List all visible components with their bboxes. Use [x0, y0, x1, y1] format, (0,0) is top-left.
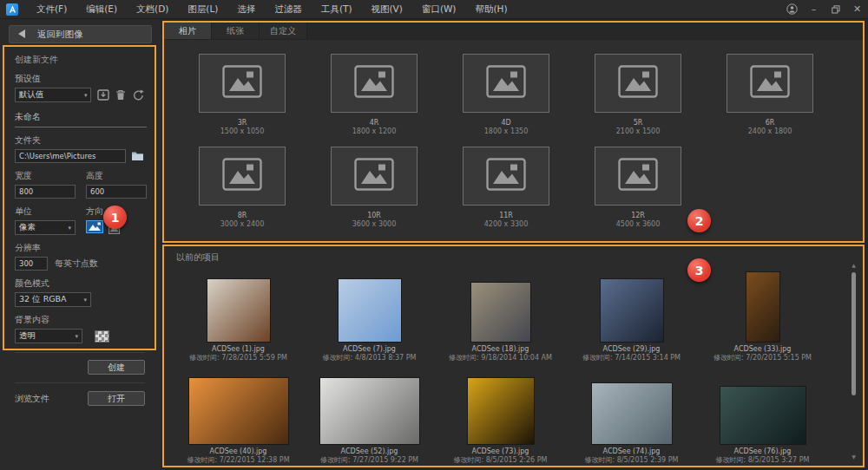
close-button[interactable]: ✕: [846, 0, 868, 18]
color-mode-dropdown[interactable]: 32 位 RGBA ▾: [15, 292, 91, 307]
restore-button[interactable]: [825, 0, 846, 18]
menu-item-edit[interactable]: 编辑(E): [76, 0, 127, 18]
thumbnail[interactable]: [746, 272, 779, 342]
minimize-button[interactable]: –: [803, 0, 825, 18]
menu-item-help[interactable]: 帮助(H): [465, 0, 516, 18]
previous-item[interactable]: ACDSee (1).jpg修改时间: 7/28/2015 5:59 PM: [173, 267, 304, 369]
open-button[interactable]: 打开: [88, 391, 145, 406]
menu-item-layer[interactable]: 图层(L): [178, 0, 227, 18]
account-icon[interactable]: [781, 0, 803, 18]
previous-item[interactable]: ACDSee (74).jpg修改时间: 8/5/2015 2:39 PM: [566, 369, 697, 470]
chevron-down-icon: ▾: [84, 92, 88, 99]
menu-item-window[interactable]: 窗口(W): [412, 0, 466, 18]
tab-bar: 相片纸张自定义: [164, 23, 863, 40]
file-name-field[interactable]: 未命名: [15, 111, 147, 127]
preset-4D[interactable]: 4D1800 x 1350: [440, 54, 572, 136]
preset-name: 6R: [704, 119, 836, 127]
thumbnail[interactable]: [468, 378, 534, 444]
back-to-image-button[interactable]: 返回到图像: [9, 25, 152, 43]
previous-item-name: ACDSee (52).jpg: [341, 447, 398, 456]
background-value: 透明: [19, 330, 36, 342]
previous-item[interactable]: ACDSee (18).jpg修改时间: 9/18/2014 10:04 AM: [435, 267, 566, 369]
preset-6R[interactable]: 6R2400 x 1800: [704, 54, 836, 136]
unit-dropdown[interactable]: 像素 ▾: [15, 220, 76, 235]
back-button-label: 返回到图像: [37, 29, 83, 41]
menu-item-view[interactable]: 视图(V): [362, 0, 412, 18]
preset-5R[interactable]: 5R2100 x 1500: [572, 54, 704, 136]
preset-card[interactable]: [331, 54, 418, 113]
width-input[interactable]: [15, 185, 76, 199]
scrollbar[interactable]: ▲ ▼: [850, 262, 858, 460]
landscape-orientation-icon[interactable]: [86, 220, 103, 235]
menu-item-document[interactable]: 文档(D): [127, 0, 178, 18]
thumbnail[interactable]: [720, 387, 806, 444]
preset-card[interactable]: [595, 54, 681, 113]
reset-preset-button[interactable]: [132, 88, 145, 102]
preset-size: 1800 x 1350: [440, 127, 572, 136]
preset-3R[interactable]: 3R1500 x 1050: [176, 54, 308, 136]
menu-item-tools[interactable]: 工具(T): [312, 0, 362, 18]
preset-4R[interactable]: 4R1800 x 1200: [308, 54, 440, 136]
preset-name: 11R: [440, 212, 572, 220]
tab-paper[interactable]: 纸张: [212, 23, 260, 39]
thumbnail[interactable]: [189, 378, 288, 444]
resolution-label: 分辨率: [15, 242, 145, 254]
thumbnail[interactable]: [601, 279, 663, 342]
resolution-suffix: 每英寸点数: [55, 258, 98, 270]
height-input[interactable]: [86, 185, 147, 199]
previous-item[interactable]: ACDSee (73).jpg修改时间: 8/5/2015 2:26 PM: [435, 369, 566, 470]
preset-card[interactable]: [463, 54, 549, 113]
title-bar: 文件(F)编辑(E)文档(D)图层(L)选择过滤器工具(T)视图(V)窗口(W)…: [0, 0, 868, 19]
scrollbar-track[interactable]: [851, 269, 857, 454]
preset-8R[interactable]: 8R3000 x 2400: [176, 147, 308, 229]
preset-name: 5R: [572, 119, 704, 127]
previous-item[interactable]: ACDSee (7).jpg修改时间: 4/8/2013 8:37 PM: [304, 267, 435, 369]
menu-item-file[interactable]: 文件(F): [27, 0, 76, 18]
background-dropdown[interactable]: 透明 ▾: [15, 329, 82, 343]
thumbnail[interactable]: [320, 378, 419, 444]
image-placeholder-icon: [222, 65, 262, 101]
preset-card[interactable]: [595, 147, 681, 206]
menu-item-select[interactable]: 选择: [227, 0, 265, 18]
create-new-file-panel: 创建新文件 预设值 默认值 ▾ 未命名 文件夹: [3, 45, 156, 350]
preset-card[interactable]: [331, 147, 418, 206]
scrollbar-thumb[interactable]: [852, 272, 856, 395]
tab-custom[interactable]: 自定义: [260, 23, 307, 39]
create-button[interactable]: 创建: [88, 360, 145, 375]
thumbnail[interactable]: [339, 279, 401, 342]
tab-photo[interactable]: 相片: [164, 23, 212, 39]
preset-card[interactable]: [463, 147, 549, 206]
thumbnail[interactable]: [207, 279, 270, 342]
preset-10R[interactable]: 10R3600 x 3000: [308, 147, 440, 229]
panel-title: 创建新文件: [15, 54, 145, 66]
scroll-up-icon[interactable]: ▲: [852, 262, 856, 269]
image-placeholder-icon: [354, 158, 394, 194]
thumbnail[interactable]: [592, 383, 672, 444]
previous-item[interactable]: ACDSee (52).jpg修改时间: 7/27/2015 9:22 PM: [304, 369, 435, 470]
thumbnail-box: [468, 369, 534, 444]
preset-card[interactable]: [727, 54, 813, 113]
browse-folder-icon[interactable]: [130, 149, 145, 163]
preset-dropdown-value: 默认值: [19, 89, 44, 101]
folder-path-input[interactable]: [15, 149, 126, 163]
annotation-badge-1: 1: [103, 206, 127, 229]
previous-item[interactable]: ACDSee (29).jpg修改时间: 7/14/2015 3:14 PM: [566, 267, 697, 369]
previous-item[interactable]: ACDSee (33).jpg修改时间: 7/20/2015 5:15 PM: [697, 267, 828, 369]
main-area: 相片纸张自定义 3R1500 x 10504R1800 x 12004D1800…: [161, 19, 868, 470]
preset-card[interactable]: [199, 147, 286, 206]
preset-card[interactable]: [199, 54, 286, 113]
previous-item-name: ACDSee (76).jpg: [734, 447, 792, 456]
delete-preset-button[interactable]: [115, 88, 128, 102]
resolution-input[interactable]: [15, 257, 48, 271]
preset-12R[interactable]: 12R4500 x 3600: [572, 147, 704, 229]
preset-11R[interactable]: 11R4200 x 3300: [440, 147, 572, 229]
previous-items-grid: ACDSee (1).jpg修改时间: 7/28/2015 5:59 PMACD…: [164, 264, 863, 470]
previous-item[interactable]: ACDSee (40).jpg修改时间: 7/22/2015 12:38 PM: [173, 369, 304, 470]
save-preset-button[interactable]: [96, 88, 109, 102]
previous-item-modified: 修改时间: 8/5/2015 3:27 PM: [716, 456, 810, 465]
thumbnail[interactable]: [471, 283, 530, 342]
scroll-down-icon[interactable]: ▼: [852, 454, 856, 460]
preset-dropdown[interactable]: 默认值 ▾: [15, 88, 91, 102]
menu-item-filter[interactable]: 过滤器: [265, 0, 312, 18]
previous-item[interactable]: ACDSee (76).jpg修改时间: 8/5/2015 3:27 PM: [697, 369, 828, 470]
